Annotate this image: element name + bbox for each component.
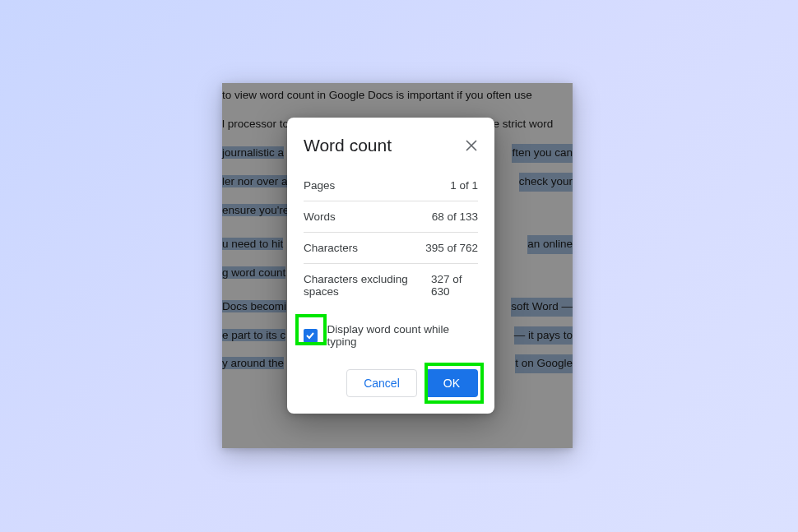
stat-label: Words: [304, 210, 336, 223]
stats-table: Pages 1 of 1 Words 68 of 133 Characters …: [304, 170, 478, 307]
dialog-header: Word count: [304, 136, 478, 155]
checkmark-icon: [305, 331, 315, 340]
checkbox-label: Display word count while typing: [327, 323, 478, 348]
close-icon: [466, 140, 477, 151]
display-while-typing-row: Display word count while typing: [304, 323, 478, 348]
word-count-dialog: Word count Pages 1 of 1 Words 68 of 133 …: [287, 118, 494, 414]
stat-row-pages: Pages 1 of 1: [304, 170, 478, 201]
dialog-title: Word count: [304, 136, 392, 155]
stat-value: 68 of 133: [432, 210, 478, 223]
cancel-button[interactable]: Cancel: [346, 369, 417, 397]
dialog-footer: Cancel OK: [304, 369, 478, 397]
stat-row-characters-no-spaces: Characters excluding spaces 327 of 630: [304, 264, 478, 307]
stat-value: 327 of 630: [431, 273, 478, 298]
stat-value: 395 of 762: [425, 242, 478, 254]
stat-label: Characters: [304, 242, 358, 254]
ok-button[interactable]: OK: [425, 369, 478, 397]
close-button[interactable]: [465, 139, 478, 152]
stat-value: 1 of 1: [450, 179, 478, 192]
stat-label: Pages: [304, 179, 335, 192]
stat-row-characters: Characters 395 of 762: [304, 233, 478, 264]
stat-label: Characters excluding spaces: [304, 273, 431, 298]
stat-row-words: Words 68 of 133: [304, 201, 478, 233]
display-while-typing-checkbox[interactable]: [304, 329, 318, 343]
